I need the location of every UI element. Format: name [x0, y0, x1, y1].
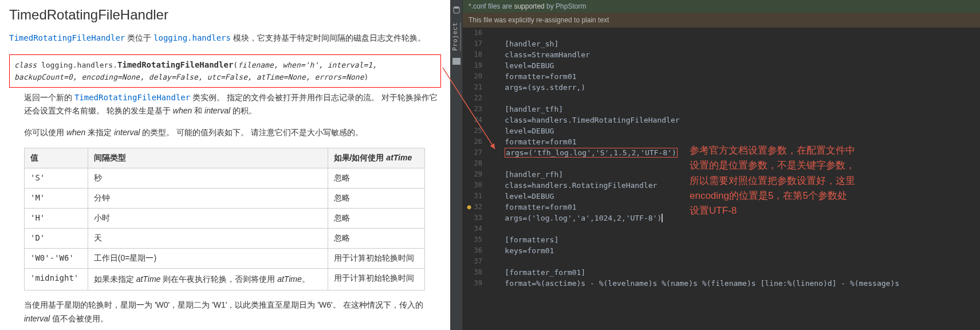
table-row: 'midnight'如果未指定 atTime 则在午夜执行轮换，否则将使用 at… [25, 268, 425, 290]
table-row: 'S'秒忽略 [25, 168, 425, 188]
svg-point-0 [454, 6, 459, 9]
desc-link[interactable]: TimedRotatingFileHandler [74, 93, 190, 102]
class-path: logging.handlers. [41, 61, 117, 69]
doc-intro: TimedRotatingFileHandler 类位于 logging.han… [9, 32, 441, 44]
values-table: 值 间隔类型 如果/如何使用 atTime 'S'秒忽略 'M'分钟忽略 'H'… [24, 148, 425, 290]
table-row: 'M'分钟忽略 [25, 188, 425, 208]
line-gutter: 1617181920212223242526272829303132333435… [463, 28, 487, 289]
table-row: 'D'天忽略 [25, 228, 425, 248]
code-editor[interactable]: 1617181920212223242526272829303132333435… [463, 28, 980, 289]
class-name: TimedRotatingFileHandler [117, 60, 233, 69]
doc-after-table: 当使用基于星期的轮换时，星期一为 'W0'，星期二为 'W1'，以此类推直至星期… [24, 298, 441, 326]
project-tool-label[interactable]: Project [451, 22, 461, 51]
ide-banner-plain-text[interactable]: This file was explicitly re-assigned to … [463, 13, 980, 28]
ide-main: *.conf files are supported by PhpStorm T… [463, 0, 980, 330]
database-icon[interactable] [452, 6, 461, 15]
doc-intro-link-class[interactable]: TimedRotatingFileHandler [9, 33, 125, 42]
doc-pane: TimedRotatingFileHandler TimedRotatingFi… [0, 0, 450, 330]
doc-title: TimedRotatingFileHandler [9, 7, 441, 23]
doc-description: 返回一个新的 TimedRotatingFileHandler 类实例。 指定的… [24, 91, 441, 119]
table-row: 'W0'-'W6'工作日(0=星期一)用于计算初始轮换时间 [25, 248, 425, 268]
doc-intro-link-module[interactable]: logging.handlers [154, 33, 231, 42]
table-header-attime: 如果/如何使用 atTime [328, 148, 424, 168]
table-header-value: 值 [25, 148, 88, 168]
class-keyword: class [14, 61, 41, 69]
table-header-interval-type: 间隔类型 [88, 148, 328, 168]
folder-icon[interactable] [452, 58, 461, 65]
red-annotation: 参考官方文档设置参数，在配置文件中设置的是位置参数，不是关键字参数，所以需要对照… [690, 143, 856, 219]
doc-note: 你可以使用 when 来指定 interval 的类型。 可能的值列表如下。 请… [24, 126, 441, 140]
ide-banner-conf-supported[interactable]: *.conf files are supported by PhpStorm [463, 0, 980, 13]
ide-tool-sidebar[interactable]: Project [450, 0, 463, 330]
table-row: 'H'小时忽略 [25, 208, 425, 228]
class-signature-box: class logging.handlers.TimedRotatingFile… [9, 54, 441, 88]
ide-pane: Project *.conf files are supported by Ph… [450, 0, 980, 330]
